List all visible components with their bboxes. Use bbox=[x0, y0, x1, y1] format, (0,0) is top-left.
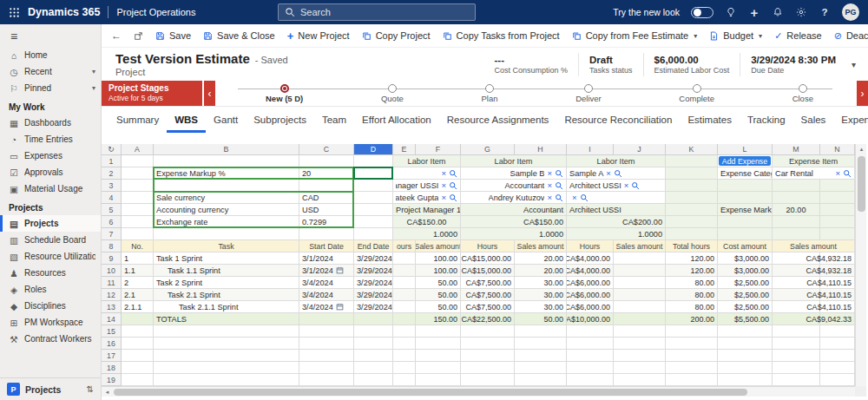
grid-cell-K8[interactable]: Total hours bbox=[666, 240, 718, 252]
grid-cell-D19[interactable] bbox=[354, 374, 393, 386]
grid-cell-B14[interactable]: TOTALS bbox=[154, 313, 299, 325]
grid-cell-C14[interactable] bbox=[299, 313, 354, 325]
grid-cell-A5[interactable] bbox=[122, 204, 154, 216]
grid-cell-H10[interactable]: 20.00 bbox=[515, 265, 567, 277]
row-header-11[interactable]: 11 bbox=[102, 277, 122, 289]
column-header-M[interactable]: M bbox=[773, 144, 820, 155]
grid-cell-E13[interactable] bbox=[393, 301, 416, 313]
clear-icon[interactable]: × bbox=[547, 181, 552, 190]
grid-cell-A15[interactable] bbox=[122, 325, 154, 338]
grid-cell-F10[interactable]: 100.00 bbox=[416, 265, 461, 277]
bpf-stage-new-5-d[interactable]: New (5 D) bbox=[266, 81, 303, 106]
command-copy-from-fee-estimate[interactable]: Copy from Fee Estimate▾ bbox=[566, 24, 704, 47]
column-header-D[interactable]: D bbox=[354, 144, 393, 155]
clear-icon[interactable]: × bbox=[606, 169, 611, 178]
grid-cell-J12[interactable] bbox=[614, 289, 666, 301]
grid-cell-K17[interactable] bbox=[666, 350, 718, 362]
grid-cell-F9[interactable]: 100.00 bbox=[416, 252, 461, 265]
row-header-14[interactable]: 14 bbox=[102, 313, 122, 325]
grid-cell-F18[interactable] bbox=[416, 362, 461, 374]
row-header-10[interactable]: 10 bbox=[102, 265, 122, 277]
grid-cell-B6[interactable]: Exchange rate bbox=[154, 216, 299, 228]
bpf-stage-close[interactable]: Close bbox=[792, 81, 813, 106]
app-name[interactable]: Project Operations bbox=[116, 7, 195, 17]
grid-cell-B4[interactable]: Sale currency bbox=[154, 192, 299, 204]
grid-cell-A4[interactable] bbox=[122, 192, 154, 204]
grid-cell-E12[interactable] bbox=[393, 289, 416, 301]
sidebar-item-resource-utilization[interactable]: ▧Resource Utilization bbox=[0, 248, 101, 265]
grid-cell-N16[interactable] bbox=[820, 338, 855, 350]
grid-cell-E14[interactable] bbox=[393, 313, 416, 325]
grid-cell-G1[interactable]: Labor Item bbox=[461, 155, 567, 167]
clear-icon[interactable]: × bbox=[547, 169, 552, 178]
grid-cell-M6[interactable] bbox=[773, 216, 820, 228]
tab-team[interactable]: Team bbox=[314, 107, 354, 133]
grid-cell-L17[interactable] bbox=[718, 350, 773, 362]
clear-icon[interactable]: × bbox=[572, 193, 577, 202]
command-copy-project[interactable]: Copy Project bbox=[356, 24, 437, 47]
grid-cell-J8[interactable]: Sales amount bbox=[614, 240, 666, 252]
grid-cell-L7[interactable] bbox=[718, 228, 773, 240]
grid-cell-D14[interactable] bbox=[354, 313, 393, 325]
grid-cell-K6[interactable] bbox=[666, 216, 718, 228]
grid-cell-C2[interactable]: 20 bbox=[299, 167, 354, 180]
grid-cell-G6[interactable]: CA$150.00 bbox=[461, 216, 567, 228]
grid-cell-D5[interactable] bbox=[354, 204, 393, 216]
command-budget[interactable]: Budget▾ bbox=[703, 24, 768, 47]
grid-cell-I3[interactable]: Architect USSI× bbox=[567, 180, 666, 192]
grid-cell-K1[interactable] bbox=[666, 155, 718, 167]
grid-cell-J18[interactable] bbox=[614, 362, 666, 374]
row-header-12[interactable]: 12 bbox=[102, 289, 122, 301]
column-header-H[interactable]: H bbox=[515, 144, 567, 155]
grid-cell-I14[interactable]: CA$10,000.00 bbox=[567, 313, 614, 325]
grid-cell-L18[interactable] bbox=[718, 362, 773, 374]
grid-cell-G10[interactable]: CA$15,000.00 bbox=[461, 265, 515, 277]
grid-cell-G13[interactable]: CA$7,500.00 bbox=[461, 301, 515, 313]
grid-cell-G2[interactable]: Sample B× bbox=[461, 167, 567, 180]
clear-icon[interactable]: × bbox=[835, 169, 840, 178]
grid-cell-I1[interactable]: Labor Item bbox=[567, 155, 666, 167]
grid-cell-I15[interactable] bbox=[567, 325, 614, 338]
grid-cell-C8[interactable]: Start Date bbox=[299, 240, 354, 252]
grid-cell-L9[interactable]: $3,000.00 bbox=[718, 252, 773, 265]
help-icon[interactable]: ? bbox=[819, 7, 831, 17]
tab-wbs[interactable]: WBS bbox=[167, 107, 206, 133]
row-header-4[interactable]: 4 bbox=[102, 192, 122, 204]
grid-cell-C16[interactable] bbox=[299, 338, 354, 350]
grid-cell-D7[interactable] bbox=[354, 228, 393, 240]
grid-cell-A19[interactable] bbox=[122, 374, 154, 386]
grid-cell-C13[interactable]: 3/4/2024 bbox=[299, 301, 354, 313]
row-header-9[interactable]: 9 bbox=[102, 252, 122, 265]
grid-cell-C19[interactable] bbox=[299, 374, 354, 386]
grid-cell-K3[interactable] bbox=[666, 180, 718, 192]
grid-cell-C9[interactable]: 3/1/2024 bbox=[299, 252, 354, 265]
column-header-N[interactable]: N bbox=[820, 144, 855, 155]
bpf-stage-quote[interactable]: Quote bbox=[381, 81, 404, 106]
grid-cell-H12[interactable]: 30.00 bbox=[515, 289, 567, 301]
clear-icon[interactable]: × bbox=[441, 193, 446, 202]
grid-cell-K14[interactable]: 200.00 bbox=[666, 313, 718, 325]
grid-cell-I7[interactable]: 1.0000 bbox=[567, 228, 666, 240]
lightbulb-icon[interactable] bbox=[725, 7, 737, 17]
grid-cell-E18[interactable] bbox=[393, 362, 416, 374]
grid-cell-G18[interactable] bbox=[461, 362, 515, 374]
brand-title[interactable]: Dynamics 365 bbox=[28, 6, 100, 18]
grid-cell-E11[interactable] bbox=[393, 277, 416, 289]
clear-icon[interactable]: × bbox=[547, 193, 552, 202]
grid-cell-L5[interactable]: Expense Markup % bbox=[718, 204, 773, 216]
clear-icon[interactable]: × bbox=[441, 181, 446, 190]
grid-cell-H17[interactable] bbox=[515, 350, 567, 362]
column-header-L[interactable]: L bbox=[718, 144, 773, 155]
row-header-18[interactable]: 18 bbox=[102, 362, 122, 374]
grid-cell-E19[interactable] bbox=[393, 374, 416, 386]
grid-cell-B12[interactable]: Task 2.1 Sprint bbox=[154, 289, 299, 301]
tab-resource-assignments[interactable]: Resource Assignments bbox=[439, 107, 557, 133]
grid-cell-N3[interactable] bbox=[820, 180, 855, 192]
grid-cell-I17[interactable] bbox=[567, 350, 614, 362]
grid-cell-A9[interactable]: 1 bbox=[122, 252, 154, 265]
grid-cell-I2[interactable]: Sample A× bbox=[567, 167, 666, 180]
grid-cell-D18[interactable] bbox=[354, 362, 393, 374]
grid-cell-K7[interactable] bbox=[666, 228, 718, 240]
tab-estimates[interactable]: Estimates bbox=[680, 107, 740, 133]
grid-cell-A16[interactable] bbox=[122, 338, 154, 350]
